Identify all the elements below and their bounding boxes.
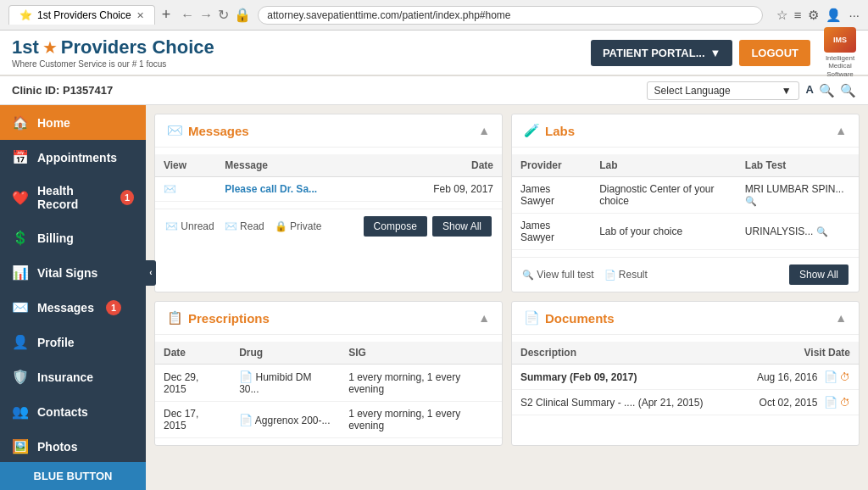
- home-icon: 🏠: [12, 114, 29, 131]
- read-icon: ✉️: [225, 220, 237, 232]
- sidebar-item-label: Insurance: [37, 370, 93, 384]
- messages-card-collapse[interactable]: ▲: [478, 124, 490, 137]
- billing-icon: 💲: [12, 230, 29, 246]
- clinic-bar: Clinic ID: P1357417 Select Language ▼ A …: [0, 76, 868, 105]
- search-magnifier-2-icon[interactable]: 🔍: [840, 83, 856, 98]
- url-bar[interactable]: attorney.savepatienttime.com/patient/ind…: [258, 6, 762, 25]
- logo-area: 1st ★ Providers Choice Where Customer Se…: [12, 36, 214, 69]
- logo-main: 1st ★ Providers Choice: [12, 36, 214, 58]
- labs-card-collapse[interactable]: ▲: [835, 124, 847, 137]
- profile-icon[interactable]: 👤: [826, 8, 842, 23]
- ims-logo-image: IMS: [824, 27, 856, 53]
- message-text[interactable]: Please call Dr. Sa...: [216, 177, 384, 202]
- doc-clock-icon-1[interactable]: ⏱: [840, 371, 850, 383]
- messages-table: View Message Date ✉️ Please call Dr. Sa.…: [155, 154, 502, 202]
- blue-button[interactable]: BLUE BUTTON: [0, 462, 146, 490]
- doc-file-icon-2[interactable]: 📄: [824, 396, 837, 409]
- patient-portal-button[interactable]: PATIENT PORTAL... ▼: [591, 40, 732, 66]
- language-select-label: Select Language: [654, 85, 731, 97]
- search-magnifier-icon[interactable]: 🔍: [819, 83, 835, 98]
- forward-button[interactable]: →: [199, 8, 213, 23]
- sidebar-item-contacts[interactable]: 👥 Contacts: [0, 394, 146, 429]
- prescriptions-card: 📋 Prescriptions ▲ Date Drug SIG: [154, 301, 503, 446]
- sidebar-item-label: Health Record: [37, 184, 108, 211]
- ims-text: Intelligent Medical Software: [826, 54, 854, 79]
- doc-visit-date-1: Aug 16, 2016 📄 ⏱: [735, 365, 859, 390]
- bookmark-icon[interactable]: ☆: [776, 8, 787, 23]
- sidebar-item-label: Billing: [37, 231, 74, 245]
- health-record-badge: 1: [120, 190, 134, 205]
- messages-show-all-button[interactable]: Show All: [432, 216, 492, 237]
- doc-clock-icon-2[interactable]: ⏱: [840, 397, 850, 409]
- labs-table: Provider Lab Lab Test James Sawyer Diagn…: [512, 154, 859, 250]
- doc-file-icon-1[interactable]: 📄: [824, 370, 837, 383]
- compose-button[interactable]: Compose: [364, 216, 427, 237]
- sidebar-item-profile[interactable]: 👤 Profile: [0, 325, 146, 359]
- lab-search-icon-1[interactable]: 🔍: [745, 196, 757, 206]
- envelope-icon: ✉️: [164, 183, 176, 195]
- sidebar-item-vital-signs[interactable]: 📊 Vital Signs ‹: [0, 255, 146, 290]
- sidebar-item-billing[interactable]: 💲 Billing: [0, 220, 146, 255]
- sidebar: 🏠 Home 📅 Appointments ❤️ Health Record 1…: [0, 105, 146, 490]
- sidebar-item-photos[interactable]: 🖼️ Photos: [0, 429, 146, 464]
- prescriptions-card-title: 📋 Prescriptions: [167, 310, 270, 326]
- logout-button[interactable]: LOGOUT: [739, 40, 810, 66]
- tab-close-button[interactable]: ✕: [136, 10, 144, 21]
- doc-visit-date-2: Oct 02, 2015 📄 ⏱: [735, 390, 859, 415]
- sidebar-item-insurance[interactable]: 🛡️ Insurance: [0, 359, 146, 394]
- labs-col-test: Lab Test: [737, 154, 859, 177]
- result-link[interactable]: 📄 Result: [604, 269, 648, 281]
- labs-title-text: Labs: [545, 124, 575, 138]
- view-full-test-link[interactable]: 🔍 View full test: [522, 269, 594, 281]
- messages-col-view: View: [155, 154, 216, 177]
- lab-search-icon-2[interactable]: 🔍: [816, 226, 828, 237]
- message-date: Feb 09, 2017: [384, 177, 502, 202]
- prescriptions-card-collapse[interactable]: ▲: [478, 311, 490, 325]
- appointments-icon: 📅: [12, 149, 29, 165]
- refresh-button[interactable]: ↻: [218, 7, 229, 23]
- patient-portal-label: PATIENT PORTAL...: [603, 47, 705, 59]
- labs-col-provider: Provider: [512, 154, 591, 177]
- sidebar-item-label: Vital Signs: [37, 266, 97, 280]
- vital-signs-icon: 📊: [12, 264, 29, 281]
- documents-card-title: 📄 Documents: [524, 310, 615, 326]
- language-dropdown-icon: ▼: [782, 85, 792, 97]
- menu-icon[interactable]: ≡: [794, 8, 802, 23]
- clinic-id-label: Clinic ID: P1357417: [12, 84, 113, 97]
- rx-col-drug: Drug: [231, 342, 340, 365]
- messages-footer-right: Compose Show All: [364, 216, 492, 237]
- tab-title: 1st Providers Choice: [37, 9, 131, 21]
- documents-card-collapse[interactable]: ▲: [835, 311, 847, 325]
- photos-icon: 🖼️: [12, 438, 29, 454]
- language-select[interactable]: Select Language ▼: [647, 81, 799, 100]
- labs-card-header: 🧪 Labs ▲: [512, 114, 859, 148]
- ims-logo: IMS Intelligent Medical Software: [824, 27, 856, 79]
- sidebar-collapse-button[interactable]: ‹: [146, 260, 156, 286]
- rx-date-2: Dec 17, 2015: [155, 402, 231, 438]
- more-icon[interactable]: ···: [849, 8, 860, 23]
- browser-navigation: ← → ↻ 🔒: [181, 7, 251, 23]
- logo-tagline: Where Customer Service is our # 1 focus: [12, 59, 214, 69]
- labs-show-all-button[interactable]: Show All: [789, 264, 849, 285]
- logout-label: LOGOUT: [751, 47, 798, 59]
- sidebar-item-messages[interactable]: ✉️ Messages 1: [0, 290, 146, 325]
- main-content: ✉️ Messages ▲ View Message Date: [146, 105, 868, 490]
- messages-card-header: ✉️ Messages ▲: [155, 114, 502, 148]
- documents-card-body: Description Visit Date Summary (Feb 09, …: [512, 335, 859, 422]
- labs-col-lab: Lab: [591, 154, 737, 177]
- documents-card: 📄 Documents ▲ Description Visit Date: [511, 301, 860, 446]
- sidebar-item-appointments[interactable]: 📅 Appointments: [0, 140, 146, 175]
- sidebar-bottom: BLUE BUTTON: [0, 462, 146, 490]
- sidebar-item-health-record[interactable]: ❤️ Health Record 1: [0, 175, 146, 220]
- labs-card: 🧪 Labs ▲ Provider Lab Lab Test: [511, 114, 860, 292]
- extension-icon[interactable]: ⚙: [808, 8, 819, 23]
- back-button[interactable]: ←: [181, 8, 194, 23]
- prescriptions-table: Date Drug SIG Dec 29, 2015 📄 Humibid DM …: [155, 342, 502, 438]
- browser-tab[interactable]: ⭐ 1st Providers Choice ✕: [8, 5, 155, 25]
- sidebar-item-label: Home: [37, 116, 70, 130]
- sidebar-item-home[interactable]: 🏠 Home: [0, 105, 146, 140]
- logo-text-providers: Providers Choice: [61, 36, 214, 58]
- text-size-icon[interactable]: A: [806, 83, 814, 98]
- unread-label: ✉️ Unread: [165, 220, 214, 232]
- new-tab-button[interactable]: +: [162, 6, 171, 24]
